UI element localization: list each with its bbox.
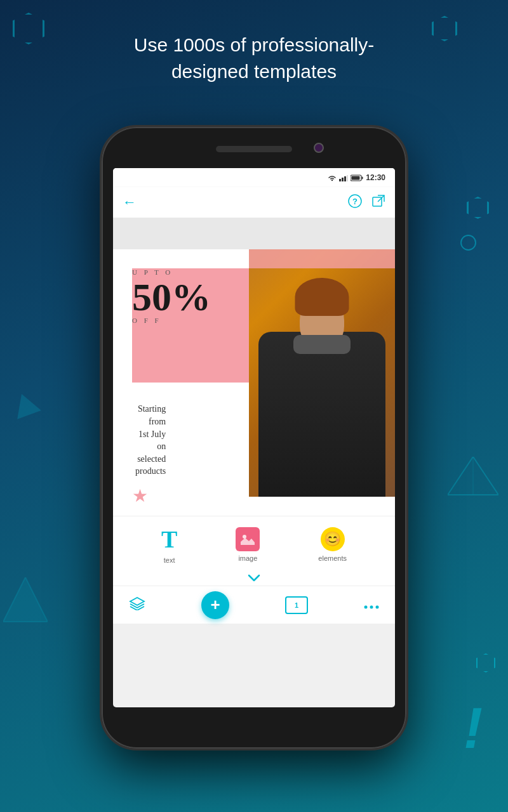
text-tool-icon: T [161,525,177,553]
app-header-actions: ? [348,194,385,211]
elements-tool-icon: 😊 [321,527,345,551]
elements-tool[interactable]: 😊 elements [318,527,347,562]
content-strip [113,218,395,249]
chevron-down-icon [248,574,260,582]
scroll-indicator [113,573,395,586]
image-icon [241,534,255,545]
svg-marker-2 [3,577,48,622]
header-line1: Use 1000s of professionally- [134,34,375,55]
svg-point-15 [243,535,246,539]
svg-point-16 [364,606,368,609]
battery-icon [351,174,363,181]
phone-speaker [216,146,292,152]
hex-decoration-right-mid [467,197,489,219]
phone-shell: 12:30 ← ? [102,127,406,749]
svg-rect-5 [344,176,346,181]
layers-icon [129,596,145,610]
phone-mockup: 12:30 ← ? [102,127,406,749]
3d-shape-right [448,457,498,508]
signal-icon [339,174,348,181]
svg-line-13 [378,195,384,202]
product-photo [249,249,395,497]
image-tool[interactable]: image [236,527,260,562]
person-hair [295,278,349,316]
open-icon [371,194,385,208]
page-indicator[interactable]: 1 [285,596,308,614]
phone-screen: 12:30 ← ? [113,168,395,707]
image-tool-label: image [238,554,257,562]
discount-percent: 50% [132,277,211,317]
image-tool-icon [236,527,260,551]
discount-text-overlay: U P T O 50% O F F [132,268,211,324]
open-button[interactable] [371,194,385,211]
design-canvas[interactable]: U P T O 50% O F F Startingfrom1st Julyon… [113,249,395,516]
hex-decoration-bottom-right [476,653,495,672]
wifi-icon [328,174,337,181]
app-header: ← ? [113,187,395,218]
person-coat [258,332,385,497]
status-icons: 12:30 [328,173,385,182]
time-display: 12:30 [366,173,385,182]
triangle-decoration-left [10,390,41,419]
phone-camera [314,143,324,153]
status-bar: 12:30 [113,168,395,187]
back-button[interactable]: ← [123,194,137,211]
photo-pink-strip [249,249,395,268]
more-icon [364,605,379,609]
bottom-bar: + 1 [113,586,395,624]
svg-rect-9 [352,176,360,180]
circle-decoration-right [460,235,476,251]
svg-rect-3 [339,179,341,181]
header-section: Use 1000s of professionally- designed te… [0,32,508,85]
person-scarf [293,335,351,354]
star-decoration: ★ [132,485,148,506]
add-button[interactable]: + [201,591,229,619]
svg-point-17 [370,606,373,609]
exclamation-decoration: ! [464,696,483,761]
toolbar: T text image 😊 [113,516,395,573]
header-line2: designed templates [171,61,337,82]
3d-shape-left [3,577,48,634]
svg-point-18 [376,606,379,609]
help-icon: ? [348,194,362,208]
text-tool[interactable]: T text [161,525,177,564]
starting-from-text: Startingfrom1st Julyonselectedproducts [135,403,166,478]
text-tool-label: text [164,556,175,564]
svg-rect-4 [342,178,344,181]
svg-rect-6 [347,175,348,181]
layers-button[interactable] [129,596,145,614]
help-button[interactable]: ? [348,194,362,211]
svg-rect-8 [362,176,363,179]
svg-text:?: ? [352,197,358,206]
more-button[interactable] [364,598,379,612]
elements-tool-label: elements [318,554,347,562]
